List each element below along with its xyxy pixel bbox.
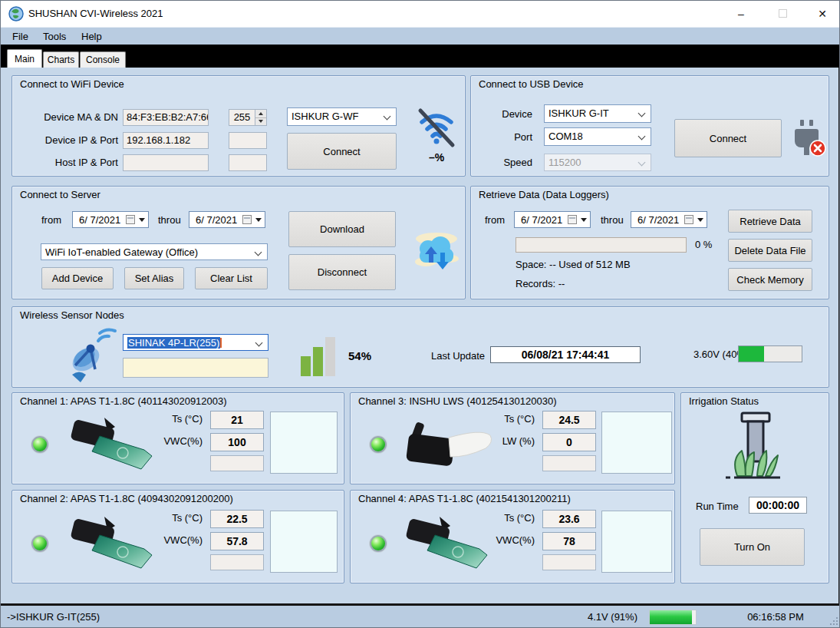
channel-extra-field[interactable]: [210, 554, 264, 570]
retrieve-progress-percent: 0 %: [695, 239, 712, 250]
label-device-ma-dn: Device MA & DN: [32, 111, 118, 123]
window-title: SHUSHAN CVI-Wireless 2021: [28, 1, 163, 27]
app-window: SHUSHAN CVI-Wireless 2021 – ✕ File Tools…: [0, 0, 840, 628]
title-bar: SHUSHAN CVI-Wireless 2021 – ✕: [1, 1, 839, 27]
tab-main[interactable]: Main: [7, 49, 42, 68]
app-logo-icon: [8, 6, 24, 21]
resize-grip[interactable]: [829, 616, 838, 626]
run-time-field: 00:00:00: [749, 497, 807, 514]
label-usb-speed: Speed: [485, 157, 532, 168]
group-connect-server: Connect to Server from 6/ 7/2021 throu 6…: [12, 186, 466, 299]
menu-help[interactable]: Help: [76, 28, 107, 45]
signal-bar-1: [301, 356, 311, 376]
channel-row1-value: 24.5: [542, 411, 596, 429]
chevron-down-icon: [638, 110, 646, 117]
step-up-icon[interactable]: [255, 110, 266, 117]
retrieve-data-button[interactable]: Retrieve Data: [728, 210, 812, 233]
turn-on-button[interactable]: Turn On: [700, 528, 805, 566]
channel-row1-value: 21: [210, 411, 264, 429]
channel-title: Channel 2: APAS T1-1.8C (409430209120020…: [20, 493, 233, 504]
channel-row2-label: VWC(%): [444, 534, 535, 546]
space-used-text: Space: -- Used of 512 MB: [516, 259, 631, 270]
group-title: Connect to WiFi Device: [20, 78, 124, 90]
usb-disconnected-icon: [790, 117, 827, 162]
channel-title: Channel 4: APAS T1-1.8C (402154130120021…: [358, 493, 571, 504]
calendar-icon: [684, 215, 693, 224]
menu-file[interactable]: File: [7, 28, 34, 45]
chevron-down-icon: [384, 113, 391, 121]
add-device-button[interactable]: Add Device: [41, 267, 114, 289]
wifi-device-select[interactable]: ISHKUR G-WF: [287, 107, 397, 126]
channel-row1-value: 22.5: [210, 510, 264, 528]
channel-status-led: [31, 436, 48, 453]
device-port-field[interactable]: [229, 132, 267, 149]
channel-title: Channel 3: INSHU LWS (401254130120030): [358, 395, 556, 407]
channel-status-led: [370, 436, 387, 453]
tab-console[interactable]: Console: [80, 51, 126, 68]
device-ip-field[interactable]: 192.168.1.182: [123, 132, 209, 149]
label-from: from: [41, 214, 61, 226]
signal-bar-3: [325, 337, 335, 376]
mac-address-field[interactable]: 84:F3:EB:B2:A7:66: [123, 109, 209, 126]
channel-display-box: [270, 412, 338, 474]
channel-row1-label: Ts (°C): [444, 512, 535, 524]
channel-extra-field[interactable]: [542, 554, 596, 570]
disconnect-button[interactable]: Disconnect: [288, 254, 396, 290]
maximize-button[interactable]: [765, 1, 800, 26]
chevron-down-icon: [638, 159, 646, 167]
signal-percent: 54%: [348, 349, 371, 362]
label-usb-port: Port: [485, 131, 532, 143]
stepper-buttons[interactable]: [255, 110, 266, 125]
clear-list-button[interactable]: Clear List: [195, 267, 268, 289]
status-battery-bar: [649, 610, 697, 625]
channel-extra-field[interactable]: [542, 455, 596, 471]
host-ip-field[interactable]: [123, 154, 209, 171]
download-button[interactable]: Download: [288, 211, 396, 247]
channel-display-box: [270, 511, 338, 573]
channel-row2-value: 100: [210, 433, 264, 451]
usb-device-select[interactable]: ISHKUR G-IT: [544, 104, 651, 123]
menu-tools[interactable]: Tools: [38, 28, 71, 45]
group-connect-wifi: Connect to WiFi Device Device MA & DN 84…: [12, 75, 466, 177]
server-thru-date-picker[interactable]: 6/ 7/2021: [189, 211, 265, 228]
channel-row2-value: 57.8: [210, 532, 264, 550]
minimize-button[interactable]: –: [723, 1, 759, 26]
label-usb-device: Device: [485, 108, 532, 120]
usb-port-select[interactable]: COM18: [544, 127, 651, 146]
check-memory-button[interactable]: Check Memory: [728, 268, 812, 291]
label-from: from: [485, 214, 505, 226]
usb-speed-select: 115200: [544, 154, 651, 171]
server-from-date-picker[interactable]: 6/ 7/2021: [72, 211, 149, 228]
text-caret: [220, 338, 222, 348]
device-number-stepper[interactable]: 255: [229, 109, 267, 126]
gateway-select[interactable]: WiFi IoT-enabled Gateway (Office): [41, 243, 268, 260]
channel-display-box: [601, 511, 672, 573]
tab-charts[interactable]: Charts: [43, 51, 79, 68]
group-channel-1: Channel 1: APAS T1-1.8C (401143020912003…: [12, 392, 344, 484]
label-last-update: Last Update: [431, 350, 485, 362]
calendar-icon: [568, 215, 577, 224]
sensor-node-select[interactable]: SHINAK 4P-LR(255): [123, 334, 268, 351]
host-port-field[interactable]: [229, 154, 267, 171]
logger-thru-date-picker[interactable]: 6/ 7/2021: [631, 211, 707, 228]
label-throu: throu: [158, 214, 181, 226]
close-button[interactable]: ✕: [805, 1, 840, 26]
channel-row1-label: Ts (°C): [444, 413, 535, 425]
usb-connect-button[interactable]: Connect: [674, 119, 782, 157]
logger-from-date-picker[interactable]: 6/ 7/2021: [514, 211, 591, 228]
node-command-input[interactable]: [123, 358, 268, 378]
maximize-icon: [779, 9, 787, 18]
set-alias-button[interactable]: Set Alias: [124, 267, 184, 289]
channel-extra-field[interactable]: [210, 455, 264, 471]
last-update-field: 06/08/21 17:44:41: [490, 346, 641, 363]
group-channel-2: Channel 2: APAS T1-1.8C (409430209120020…: [12, 490, 344, 583]
group-irrigation-status: Irrigation Status Run Time 00:00:00 Turn…: [680, 392, 829, 583]
chevron-down-icon: [638, 133, 646, 140]
group-title: Connect to USB Device: [479, 78, 584, 90]
dropdown-arrow-icon: [255, 218, 262, 222]
wifi-connect-button[interactable]: Connect: [287, 133, 397, 170]
delete-data-file-button[interactable]: Delete Data File: [728, 239, 812, 262]
step-down-icon[interactable]: [255, 117, 266, 126]
status-clock: 06:16:58 PM: [733, 606, 818, 628]
cloud-sync-icon: [412, 228, 461, 279]
